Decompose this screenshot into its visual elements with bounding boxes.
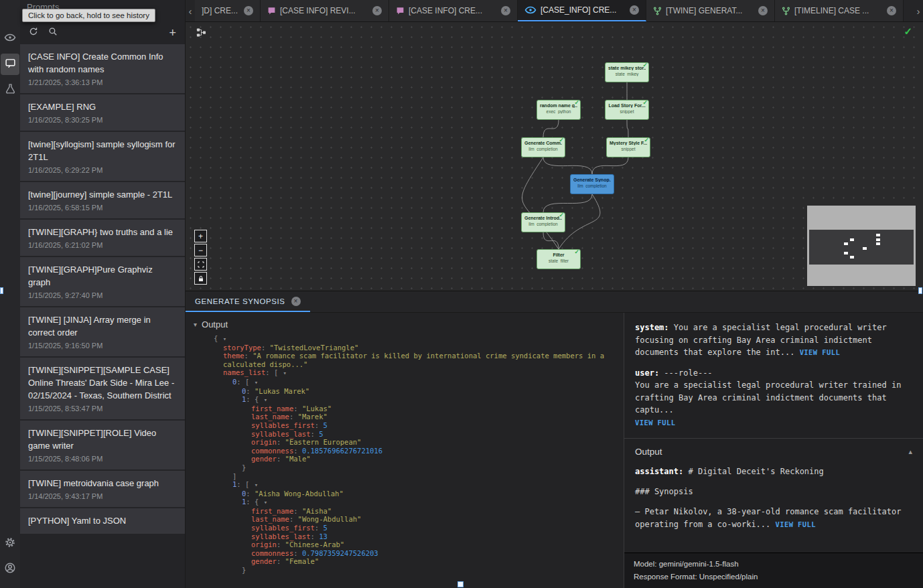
- editor-tab[interactable]: [TIMELINE] CASE ...×: [775, 0, 904, 21]
- json-line: 1: { ▾: [194, 395, 624, 405]
- json-line: 0: "Aisha Wong-Abdullah": [194, 490, 624, 498]
- fork-icon: [782, 7, 790, 15]
- json-line: gender: "Male": [194, 455, 624, 463]
- response-format-info: Response Format: Unspecified/plain: [634, 571, 914, 583]
- graph-node[interactable]: Filterstate_filter✓: [537, 249, 581, 269]
- close-icon[interactable]: ×: [244, 6, 253, 15]
- close-icon[interactable]: ×: [758, 6, 768, 15]
- prompt-timestamp: 1/16/2025, 6:29:22 PM: [28, 166, 177, 174]
- graph-node[interactable]: Mystery Style F...snippet✓: [606, 137, 650, 157]
- prompt-title: [EXAMPLE] RNG: [28, 100, 177, 113]
- tab-label: [CASE INFO] REVI...: [280, 6, 368, 15]
- minimap-node-dot: [876, 242, 880, 245]
- scroll-tabs-left-icon[interactable]: ‹: [186, 0, 195, 21]
- minimap[interactable]: [807, 206, 916, 286]
- graph-node[interactable]: Generate Synop...llm_completion: [570, 174, 614, 194]
- node-title: Load Story For...: [608, 103, 646, 108]
- prompt-timestamp: 1/14/2025, 9:43:17 PM: [28, 492, 177, 500]
- graph-node[interactable]: Generate Introd...llm_completion✓: [521, 212, 565, 232]
- prompt-title: [TWINE][SNIPPET][ROLE] Video game writer: [28, 427, 177, 452]
- json-line: commonness: 0.18576966276721016: [194, 447, 624, 455]
- resize-handle[interactable]: [457, 581, 464, 587]
- json-line: origin: "Eastern European": [194, 438, 624, 447]
- prompt-list-item[interactable]: [TWINE][SNIPPET][SAMPLE CASE] Online Thr…: [20, 358, 185, 419]
- output-heading: Output: [202, 319, 228, 329]
- app-window: Prompts Click to go back, hold to see hi…: [0, 0, 923, 588]
- output-line: assistant: # Digital Deceit's Reckoning: [635, 465, 912, 478]
- prompt-timestamp: 1/15/2025, 9:27:40 PM: [28, 291, 177, 299]
- eye-icon: [524, 4, 537, 16]
- node-title: Generate Synop...: [573, 177, 611, 182]
- close-icon[interactable]: ×: [291, 297, 301, 306]
- prompt-timestamp: 1/21/2025, 3:36:13 PM: [28, 78, 177, 86]
- close-icon[interactable]: ×: [630, 5, 639, 15]
- bottom-tab-label: GENERATE SYNOPSIS: [195, 297, 285, 305]
- json-line: commonness: 0.7987359247526203: [194, 549, 624, 558]
- graph-canvas[interactable]: state mikey stor...state_mikey✓random na…: [186, 22, 923, 291]
- chevron-up-icon[interactable]: ▴: [908, 447, 912, 456]
- comment-icon: [267, 7, 276, 15]
- editor-tabs: ]D] CRE...×[CASE INFO] REVI...×[CASE INF…: [195, 0, 904, 21]
- scroll-tabs-right-icon[interactable]: ›: [914, 0, 923, 21]
- view-full-link[interactable]: VIEW FULL: [776, 520, 816, 528]
- resize-handle[interactable]: [918, 287, 922, 294]
- node-type: llm_completion: [573, 183, 611, 188]
- prompt-title: [TWINE][SNIPPET][SAMPLE CASE] Online Thr…: [28, 364, 177, 402]
- json-line: first_name: "Aisha": [194, 507, 624, 516]
- close-icon[interactable]: ×: [887, 6, 896, 15]
- prompt-list-item[interactable]: [TWINE][GRAPH} two truths and a lie1/16/…: [20, 220, 185, 256]
- zoom-in-button[interactable]: +: [194, 230, 207, 242]
- json-line: { ▾: [194, 334, 624, 344]
- resize-handle[interactable]: [0, 287, 3, 294]
- graph-node[interactable]: state mikey stor...state_mikey✓: [605, 62, 649, 82]
- prompt-list-item[interactable]: [CASE INFO] Create Common Info with rand…: [20, 44, 185, 93]
- minimap-viewport: [809, 230, 914, 265]
- editor-tab[interactable]: [CASE_INFO] CRE...×: [518, 0, 646, 21]
- close-icon[interactable]: ×: [372, 6, 382, 15]
- add-prompt-button[interactable]: +: [169, 27, 176, 39]
- prompt-timestamp: 1/15/2025, 9:16:50 PM: [28, 342, 177, 350]
- json-line: syllables_first: 5: [194, 524, 624, 532]
- editor-tab[interactable]: [CASE INFO] CRE...×: [389, 0, 518, 21]
- prompt-list-item[interactable]: [twine][journey] simple sample - 2T1L1/1…: [20, 182, 185, 218]
- view-full-link[interactable]: VIEW FULL: [800, 348, 841, 356]
- rail-account-button[interactable]: [1, 559, 19, 580]
- editor-tab[interactable]: [CASE INFO] REVI...×: [261, 0, 389, 21]
- rail-settings-gear-button[interactable]: [1, 533, 19, 555]
- zoom-out-button[interactable]: −: [194, 244, 207, 256]
- prompt-list-item[interactable]: [PYTHON] Yaml to JSON: [20, 508, 185, 534]
- flask-icon: [5, 83, 16, 97]
- check-icon: ✓: [642, 99, 648, 106]
- json-line: syllables_last: 13: [194, 532, 624, 541]
- json-tree[interactable]: { ▾storyType: "TwistedLoveTriangle"theme…: [194, 334, 624, 575]
- editor-tab[interactable]: ]D] CRE...×: [195, 0, 261, 21]
- graph-node[interactable]: Generate Comm...llm_completion✓: [521, 137, 565, 157]
- auto-layout-icon[interactable]: [196, 27, 206, 40]
- graph-node[interactable]: Load Story For...snippet✓: [605, 100, 649, 120]
- search-icon[interactable]: [48, 27, 58, 39]
- fit-view-button[interactable]: [194, 258, 207, 271]
- bottom-tab-generate-synopsis[interactable]: GENERATE SYNOPSIS ×: [186, 291, 310, 312]
- rail-eye-button[interactable]: [1, 28, 19, 50]
- prompt-list-item[interactable]: [TWINE] metroidvania case graph1/14/2025…: [20, 471, 185, 507]
- refresh-icon[interactable]: [29, 27, 38, 39]
- output-section-header: Output ▴: [635, 447, 912, 457]
- prompt-list-item[interactable]: [TWINE] [JINJA] Array merge in correct o…: [20, 307, 185, 356]
- prompt-list-item[interactable]: [TWINE][SNIPPET][ROLE] Video game writer…: [20, 421, 185, 469]
- message-role: system:: [635, 323, 669, 332]
- graph-node[interactable]: random name g...exec_python✓: [537, 100, 581, 120]
- prompt-list-item[interactable]: [twine][syllogism] sample syllogism for …: [20, 132, 185, 181]
- rail-flask-button[interactable]: [1, 79, 19, 100]
- chevron-down-icon[interactable]: ▾: [194, 321, 197, 328]
- prompt-title: [twine][journey] simple sample - 2T1L: [28, 188, 177, 201]
- close-icon[interactable]: ×: [501, 6, 510, 15]
- prompts-icon: [5, 58, 16, 72]
- view-full-link[interactable]: VIEW FULL: [635, 419, 676, 427]
- rail-prompts-button[interactable]: [1, 54, 19, 75]
- lock-button[interactable]: [194, 272, 207, 285]
- editor-tabbar: ‹ ]D] CRE...×[CASE INFO] REVI...×[CASE I…: [186, 0, 923, 22]
- editor-tab[interactable]: [TWINE] GENERAT...×: [646, 0, 775, 21]
- prompt-list-item[interactable]: [EXAMPLE] RNG1/16/2025, 8:30:25 PM: [20, 94, 185, 131]
- check-icon: ✓: [644, 137, 649, 143]
- prompt-list-item[interactable]: [TWINE][GRAPH]Pure Graphviz graph1/15/20…: [20, 257, 185, 306]
